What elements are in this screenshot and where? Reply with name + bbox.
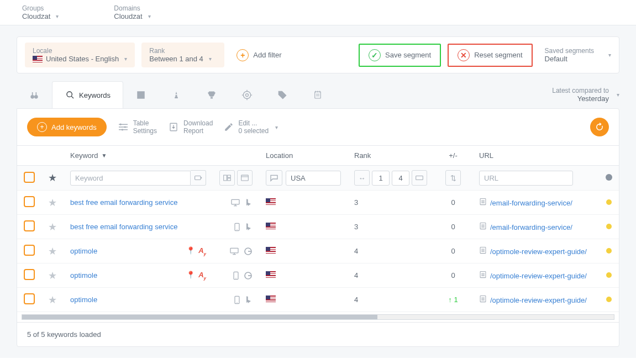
url-link[interactable]: /email-forwarding-service/	[490, 199, 572, 207]
keyword-filter-input[interactable]	[70, 171, 191, 186]
text-icon: Ay	[198, 246, 206, 256]
rank-to-input[interactable]	[392, 171, 409, 186]
reset-segment-label: Reset segment	[474, 51, 522, 59]
url-filter-input[interactable]	[479, 171, 573, 186]
change-cell: 0	[434, 191, 472, 215]
tabs-row: Keywords	[17, 81, 619, 108]
svg-rect-13	[241, 175, 249, 181]
row-checkbox[interactable]	[24, 245, 35, 256]
keywords-tab[interactable]: Keywords	[52, 81, 123, 108]
table-filter-row: ★	[17, 166, 619, 191]
select-all-checkbox[interactable]	[24, 172, 35, 183]
star-icon[interactable]: ★	[48, 270, 57, 281]
rank-from-input[interactable]	[372, 171, 390, 186]
keyword-link[interactable]: optimole	[70, 271, 97, 279]
row-checkbox[interactable]	[24, 220, 35, 231]
up-arrow-icon: ↑	[448, 296, 452, 304]
keyword-link[interactable]: optimole	[70, 296, 97, 304]
table-footer: 5 of 5 keywords loaded	[17, 322, 619, 346]
toolbar: + Add keywords TableSettings DownloadRep…	[17, 109, 619, 145]
star-icon[interactable]: ★	[48, 294, 57, 305]
star-icon[interactable]: ★	[48, 197, 57, 208]
google-icon	[244, 247, 253, 256]
url-link[interactable]: /optimole-review-expert-guide/	[490, 296, 587, 304]
tag-filter-icon[interactable]	[191, 170, 206, 186]
table-row: ★best free email forwarding service30/em…	[17, 215, 619, 239]
url-link[interactable]: /email-forwarding-service/	[490, 223, 572, 231]
sort-change-icon[interactable]: ⇅	[445, 170, 461, 186]
location-header[interactable]: Location	[259, 146, 348, 166]
keyword-header[interactable]: Keyword▼	[70, 151, 206, 160]
add-filter-button[interactable]: + Add filter	[231, 49, 287, 61]
save-segment-button[interactable]: ✓ Save segment	[359, 44, 441, 67]
tag-tab[interactable]	[265, 82, 300, 108]
chevron-down-icon: ▾	[56, 13, 59, 19]
keyword-link[interactable]: best free email forwarding service	[70, 223, 177, 231]
row-checkbox[interactable]	[24, 196, 35, 207]
binoculars-tab[interactable]	[17, 82, 52, 108]
pin-icon: 📍	[186, 246, 195, 256]
groups-selector[interactable]: Groups Cloudzat▾	[22, 4, 59, 20]
refresh-button[interactable]	[590, 118, 609, 136]
range-icon[interactable]: ↔	[354, 170, 370, 186]
window-filter-icon[interactable]	[237, 170, 253, 186]
locale-filter[interactable]: Locale United States - English▾	[25, 43, 135, 67]
target-tab[interactable]	[229, 82, 265, 108]
chess-tab[interactable]	[159, 82, 194, 108]
flag-us-icon	[266, 296, 276, 302]
trophy-tab[interactable]	[194, 82, 229, 108]
row-checkbox[interactable]	[24, 293, 35, 304]
keyboard-icon[interactable]	[412, 170, 427, 186]
edit-top: Edit ...	[238, 119, 269, 127]
keyword-link[interactable]: best free email forwarding service	[70, 198, 177, 207]
change-cell: 0	[434, 263, 472, 288]
horizontal-scrollbar[interactable]	[22, 314, 614, 320]
layout-filter-icon[interactable]	[219, 170, 235, 186]
saved-segments-selector[interactable]: Saved segments Default	[539, 47, 600, 63]
keyword-link[interactable]: optimole	[70, 247, 97, 255]
download-report-button[interactable]: DownloadReport	[168, 119, 213, 135]
url-link[interactable]: /optimole-review-expert-guide/	[490, 272, 587, 280]
table-header-row: Keyword▼ Location Rank +/- URL	[17, 146, 619, 166]
status-dot-icon	[606, 248, 612, 254]
row-checkbox[interactable]	[24, 269, 35, 280]
table-settings-button[interactable]: TableSettings	[118, 119, 157, 135]
url-link[interactable]: /optimole-review-expert-guide/	[490, 247, 587, 256]
reset-segment-button[interactable]: ✕ Reset segment	[448, 44, 532, 67]
status-filter-icon[interactable]	[606, 174, 612, 181]
star-icon[interactable]: ★	[48, 246, 57, 257]
flag-us-icon	[33, 56, 43, 62]
calendar-tab[interactable]	[123, 82, 159, 108]
comparison-selector[interactable]: Latest compared to Yesterday	[552, 87, 614, 103]
rank-header[interactable]: Rank	[348, 146, 434, 166]
chat-filter-icon[interactable]	[266, 170, 282, 186]
google-icon	[244, 271, 253, 280]
svg-rect-8	[195, 176, 201, 180]
edit-selected-button[interactable]: Edit ...0 selected ▾	[224, 119, 278, 135]
location-filter-input[interactable]	[286, 171, 341, 186]
target-icon	[241, 89, 253, 101]
edit-sub: 0 selected	[238, 127, 269, 135]
rank-filter[interactable]: Rank Between 1 and 4▾	[141, 43, 224, 67]
change-cell: ↑ 1	[434, 288, 472, 312]
content-box: + Add keywords TableSettings DownloadRep…	[17, 108, 619, 347]
comparison-value: Yesterday	[552, 94, 609, 103]
table-row: ★best free email forwarding service30/em…	[17, 191, 619, 215]
table-row: ★optimole📍Ay40/optimole-review-expert-gu…	[17, 263, 619, 288]
tag-icon	[277, 89, 288, 101]
saved-segments-value: Default	[545, 55, 567, 63]
add-keywords-button[interactable]: + Add keywords	[27, 118, 107, 136]
domains-selector[interactable]: Domains Cloudzat▾	[114, 4, 150, 20]
flag-us-icon	[266, 271, 276, 278]
star-icon[interactable]: ★	[48, 221, 57, 233]
document-icon	[479, 247, 487, 256]
status-dot-icon	[606, 224, 612, 229]
star-filter-icon[interactable]: ★	[48, 172, 57, 183]
main-area: Locale United States - English▾ Rank Bet…	[0, 25, 636, 358]
notes-tab[interactable]	[300, 82, 335, 108]
groups-value: Cloudzat	[22, 12, 50, 20]
url-header[interactable]: URL	[472, 146, 599, 166]
chess-icon	[171, 89, 182, 101]
change-header[interactable]: +/-	[434, 146, 472, 166]
bing-icon	[245, 296, 253, 304]
